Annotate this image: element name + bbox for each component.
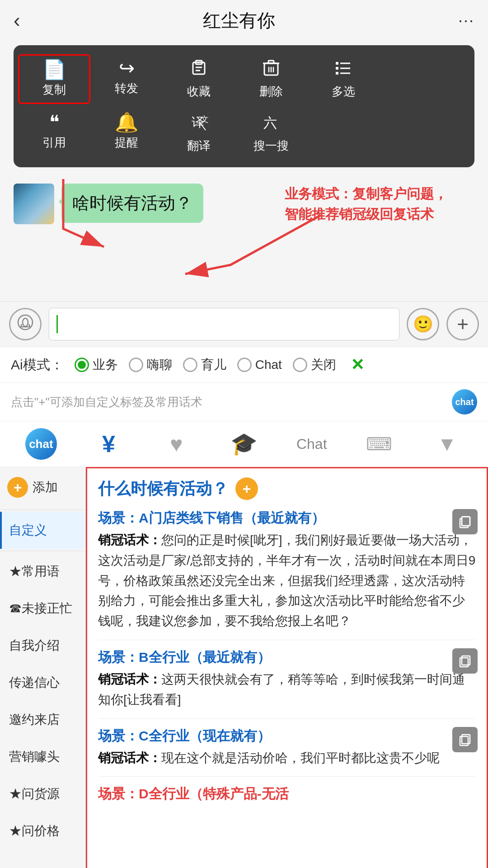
scene-a-content: 销冠话术：您问的正是时候[呲牙]，我们刚好最近要做一场大活动，这次活动是厂家/总…: [98, 530, 476, 632]
toolbar-yen[interactable]: ¥: [75, 426, 143, 462]
main-content: + 添加 自定义 ★常用语 ☎未接正忙 自我介绍 传递信心 邀约来店 营销噱头 …: [0, 467, 488, 868]
delete-label: 删除: [259, 84, 283, 99]
more-button[interactable]: ···: [458, 11, 474, 30]
avatar: [14, 184, 54, 224]
sidebar-divider2: [0, 551, 85, 551]
plus-button[interactable]: +: [446, 308, 479, 340]
context-forward-button[interactable]: ↪ 转发: [90, 54, 163, 104]
sidebar-item-intro[interactable]: 自我介绍: [0, 627, 85, 664]
toolbar-heart[interactable]: ♥: [142, 426, 210, 462]
multiselect-icon: [334, 59, 353, 81]
keyboard-icon: ⌨: [366, 434, 392, 454]
context-translate-button[interactable]: 译 文 翻译: [163, 108, 235, 158]
scene-c-label: 场景：C全行业（现在就有）: [98, 727, 476, 745]
scene-c-content: 销冠话术：现在这个就是活动价哈，我们平时都比这贵不少呢: [98, 748, 476, 769]
voice-button[interactable]: [9, 308, 42, 340]
sidebar-item-invite[interactable]: 邀约来店: [0, 701, 85, 738]
hint-bar: 点击"+"可添加自定义标签及常用话术 chat: [0, 382, 488, 421]
search-label: 搜一搜: [253, 138, 289, 154]
toolbar-dropdown[interactable]: ▼: [413, 426, 481, 462]
context-delete-button[interactable]: 删除: [235, 54, 307, 104]
heart-icon: ♥: [170, 432, 183, 457]
context-quote-button[interactable]: ❝ 引用: [18, 108, 90, 158]
scene-b-copy-button[interactable]: [452, 648, 478, 674]
mode-business[interactable]: 业务: [75, 356, 118, 373]
input-area: 🙂 +: [0, 301, 488, 347]
context-menu: 📄 复制 ↪ 转发 收藏: [14, 45, 474, 167]
svg-rect-6: [268, 61, 274, 63]
scene-d-label: 场景：D全行业（特殊产品-无活: [98, 785, 476, 803]
mode-off[interactable]: 关闭: [293, 356, 336, 373]
mode-chat-label: 嗨聊: [147, 356, 172, 373]
radio-parenting[interactable]: [183, 358, 197, 372]
context-multiselect-button[interactable]: 多选: [307, 54, 380, 104]
copy-label: 复制: [42, 82, 66, 98]
sidebar-item-confidence[interactable]: 传递信心: [0, 664, 85, 701]
context-menu-row1: 📄 复制 ↪ 转发 收藏: [18, 54, 470, 104]
sidebar-item-custom[interactable]: 自定义: [0, 512, 85, 549]
sidebar-item-price[interactable]: ★问价格: [0, 812, 85, 849]
svg-rect-14: [336, 67, 338, 70]
chat-annotation-area: 啥时候有活动？ 业务模式：复制客户问题，智能推荐销冠级回复话术: [14, 175, 474, 301]
radio-chat[interactable]: [129, 358, 143, 372]
radio-gpt[interactable]: [237, 358, 252, 372]
toolbar-graduation[interactable]: 🎓: [210, 426, 278, 462]
sidebar-item-source[interactable]: ★问货源: [0, 775, 85, 812]
radio-business[interactable]: [75, 358, 89, 372]
context-copy-button[interactable]: 📄 复制: [18, 54, 90, 104]
context-remind-button[interactable]: 🔔 提醒: [90, 108, 163, 158]
toolbar-keyboard[interactable]: ⌨: [346, 426, 413, 462]
radio-off[interactable]: [293, 358, 307, 372]
scene-b-label: 场景：B全行业（最近就有）: [98, 648, 476, 667]
emoji-button[interactable]: 🙂: [407, 308, 439, 340]
graduation-icon: 🎓: [230, 431, 258, 457]
context-favorite-button[interactable]: 收藏: [163, 54, 235, 104]
scene-block-a: 场景：A门店类线下销售（最近就有） 销冠话术：您问的正是时候[呲牙]，我们刚好最…: [87, 505, 487, 636]
multiselect-label: 多选: [332, 84, 355, 99]
toolbar: chat ¥ ♥ 🎓 Chat ⌨ ▼: [0, 421, 488, 467]
scene-b-content: 销冠话术：这两天很快就会有了，稍等等哈，到时候我第一时间通知你[让我看看]: [98, 670, 476, 710]
cursor: [56, 315, 58, 333]
sidebar-item-busy[interactable]: ☎未接正忙: [0, 590, 85, 627]
svg-text:文: 文: [201, 115, 208, 124]
remind-icon: 🔔: [115, 113, 138, 132]
emoji-icon: 🙂: [413, 315, 433, 334]
question-title: 什么时候有活动？: [98, 478, 228, 500]
sidebar-divider: [0, 509, 85, 510]
scene-block-c: 场景：C全行业（现在就有） 销冠话术：现在这个就是活动价哈，我们平时都比这贵不少…: [87, 722, 487, 773]
scene-divider-cd: [98, 776, 476, 777]
context-menu-row2: ❝ 引用 🔔 提醒 译 文 翻译 六 搜一搜: [18, 108, 470, 158]
chat-text-icon: Chat: [296, 436, 327, 453]
right-panel: 什么时候有活动？ + 场景：A门店类线下销售（最近就有） 销冠话术：您问的正是时…: [86, 467, 488, 868]
add-tag-button[interactable]: +: [235, 477, 258, 500]
sidebar-item-marketing[interactable]: 营销噱头: [0, 738, 85, 775]
copy-icon: 📄: [42, 60, 66, 79]
yen-icon: ¥: [102, 430, 115, 458]
toolbar-chat-text[interactable]: Chat: [278, 426, 346, 462]
plus-icon: +: [457, 313, 469, 335]
context-search-button[interactable]: 六 搜一搜: [235, 108, 307, 158]
toolbar-robot[interactable]: chat: [7, 426, 75, 462]
mode-off-label: 关闭: [311, 356, 336, 373]
text-input[interactable]: [49, 308, 399, 340]
question-header: 什么时候有活动？ +: [87, 468, 487, 505]
translate-icon: 译 文: [189, 113, 208, 135]
forward-label: 转发: [115, 80, 138, 96]
svg-text:六: 六: [263, 115, 277, 130]
sidebar-item-common[interactable]: ★常用语: [0, 553, 85, 590]
scene-a-copy-button[interactable]: [452, 509, 478, 534]
mode-parenting-label: 育儿: [201, 356, 226, 373]
scene-c-copy-button[interactable]: [452, 727, 478, 752]
back-button[interactable]: ‹: [14, 9, 20, 32]
close-button[interactable]: ✕: [351, 355, 364, 374]
chat-avatar-icon[interactable]: chat: [452, 389, 477, 415]
scene-divider-ab: [98, 640, 476, 640]
mode-parenting[interactable]: 育儿: [183, 356, 226, 373]
header: ‹ 红尘有你 ···: [0, 0, 488, 41]
forward-icon: ↪: [119, 59, 135, 78]
sidebar-add-button[interactable]: + 添加: [0, 467, 85, 508]
mode-gpt[interactable]: Chat: [237, 358, 282, 372]
sidebar: + 添加 自定义 ★常用语 ☎未接正忙 自我介绍 传递信心 邀约来店 营销噱头 …: [0, 467, 86, 868]
scene-divider-bc: [98, 718, 476, 719]
mode-chat[interactable]: 嗨聊: [129, 356, 172, 373]
